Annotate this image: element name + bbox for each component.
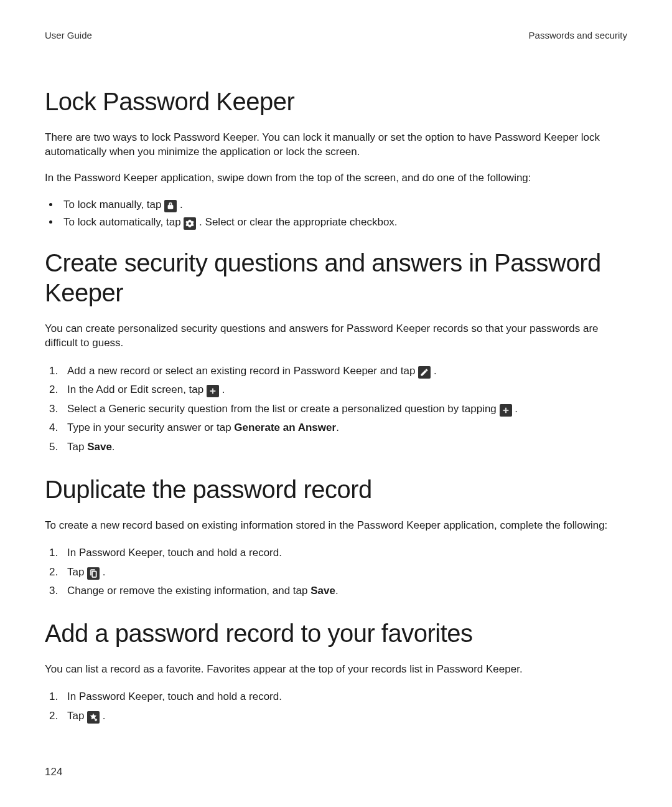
sec1-bullets: To lock manually, tap . To lock automati… xyxy=(45,196,627,230)
plus-icon xyxy=(207,385,219,397)
sec1-bullet-1-text-b: . xyxy=(177,199,182,210)
heading-create-security-questions: Create security questions and answers in… xyxy=(45,248,627,308)
sec3-step-2-text-b: . xyxy=(100,566,105,578)
sec3-paragraph-1: To create a new record based on existing… xyxy=(45,518,627,532)
page-header: User Guide Passwords and security xyxy=(45,30,627,40)
sec2-step-2-text-a: In the Add or Edit screen, tap xyxy=(67,384,207,395)
sec2-step-3-text-a: Select a Generic security question from … xyxy=(67,403,500,415)
sec4-step-2-text-a: Tap xyxy=(67,710,87,722)
sec2-step-4: Type in your security answer or tap Gene… xyxy=(61,418,627,438)
gear-icon xyxy=(184,217,196,230)
sec1-bullet-2-text-b: . Select or clear the appropriate checkb… xyxy=(196,216,397,228)
edit-icon xyxy=(418,366,431,379)
page-number: 124 xyxy=(45,766,62,778)
sec4-paragraph-1: You can list a record as a favorite. Fav… xyxy=(45,662,627,676)
sec2-step-5-text-b: . xyxy=(112,441,115,453)
sec2-step-1: Add a new record or select an existing r… xyxy=(61,362,627,381)
sec2-step-1-text-a: Add a new record or select an existing r… xyxy=(67,365,418,377)
sec3-step-3-text-a: Change or remove the existing informatio… xyxy=(67,585,310,597)
sec3-step-1: In Password Keeper, touch and hold a rec… xyxy=(61,544,627,563)
sec2-step-3: Select a Generic security question from … xyxy=(61,400,627,419)
sec2-steps: Add a new record or select an existing r… xyxy=(45,362,627,457)
sec3-steps: In Password Keeper, touch and hold a rec… xyxy=(45,544,627,601)
sec2-step-4-text-b: . xyxy=(336,422,339,433)
sec1-bullet-2: To lock automatically, tap . Select or c… xyxy=(60,214,627,230)
generate-answer-bold: Generate an Answer xyxy=(234,422,336,433)
header-right: Passwords and security xyxy=(529,30,627,40)
star-add-icon xyxy=(87,711,100,724)
save-bold-2: Save xyxy=(310,585,335,597)
sec1-paragraph-2: In the Password Keeper application, swip… xyxy=(45,171,627,185)
sec2-step-4-text-a: Type in your security answer or tap xyxy=(67,422,234,433)
sec4-step-1: In Password Keeper, touch and hold a rec… xyxy=(61,687,627,707)
heading-add-to-favorites: Add a password record to your favorites xyxy=(45,618,627,648)
sec1-bullet-1: To lock manually, tap . xyxy=(60,196,627,213)
sec1-bullet-2-text-a: To lock automatically, tap xyxy=(63,216,184,228)
sec4-step-2: Tap . xyxy=(61,707,627,726)
sec4-steps: In Password Keeper, touch and hold a rec… xyxy=(45,687,627,725)
sec2-step-3-text-b: . xyxy=(512,403,518,415)
sec2-step-1-text-b: . xyxy=(431,365,436,377)
plus-icon xyxy=(500,404,512,417)
sec3-step-3: Change or remove the existing informatio… xyxy=(61,582,627,601)
sec3-step-2: Tap . xyxy=(61,563,627,582)
save-bold-1: Save xyxy=(87,441,112,453)
sec4-step-2-text-b: . xyxy=(100,710,105,722)
sec1-bullet-1-text-a: To lock manually, tap xyxy=(63,199,164,210)
header-left: User Guide xyxy=(45,30,92,40)
lock-icon xyxy=(164,200,177,212)
sec2-step-2-text-b: . xyxy=(219,384,225,395)
sec2-paragraph-1: You can create personalized security que… xyxy=(45,321,627,351)
document-page: User Guide Passwords and security Lock P… xyxy=(0,0,672,807)
sec2-step-5: Tap Save. xyxy=(61,438,627,457)
copy-icon xyxy=(87,567,100,580)
sec3-step-3-text-b: . xyxy=(335,585,338,597)
sec2-step-5-text-a: Tap xyxy=(67,441,87,453)
sec2-step-2: In the Add or Edit screen, tap . xyxy=(61,380,627,400)
sec3-step-2-text-a: Tap xyxy=(67,566,87,578)
sec1-paragraph-1: There are two ways to lock Password Keep… xyxy=(45,130,627,159)
heading-lock-password-keeper: Lock Password Keeper xyxy=(45,87,627,116)
heading-duplicate-record: Duplicate the password record xyxy=(45,474,627,504)
